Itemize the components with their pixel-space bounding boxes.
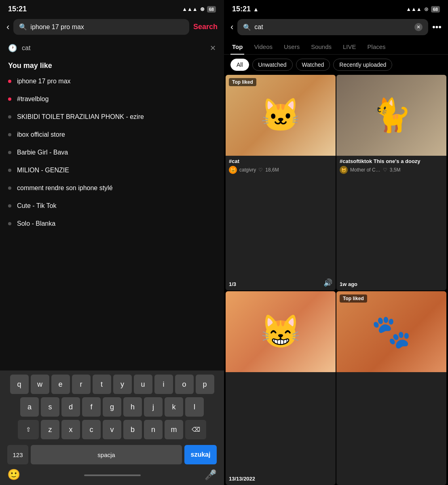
filter-watched[interactable]: Watched (296, 59, 330, 71)
key-j[interactable]: j (144, 397, 163, 417)
left-back-button[interactable]: ‹ (6, 22, 9, 32)
left-search-container[interactable]: 🔍 (13, 19, 189, 35)
key-u[interactable]: u (134, 375, 152, 394)
tabs-row: TopVideosUsersSoundsLIVEPlaces (224, 39, 448, 55)
video-card[interactable]: 🐈1w ago#catsoftiktok This one's a doozy😺… (336, 75, 446, 290)
key-l[interactable]: l (185, 397, 204, 417)
video-info: #cat😺catgivry♡18,6M (226, 156, 336, 177)
key-e[interactable]: e (51, 375, 70, 394)
tab-sounds[interactable]: Sounds (309, 39, 333, 54)
right-battery: 68 (431, 6, 440, 13)
clear-recent-icon[interactable]: ✕ (210, 44, 216, 53)
suggestion-item[interactable]: Cute - Tik Tok (0, 197, 224, 215)
suggestion-item[interactable]: SKIBIDI TOILET BRAZILIAN PHONK - ezire (0, 108, 224, 126)
left-battery: 68 (207, 6, 216, 13)
keyboard-row-1: qwertyuiop (2, 375, 222, 394)
clear-search-icon[interactable]: ✕ (414, 23, 423, 31)
volume-icon[interactable]: 🔊 (323, 278, 332, 287)
key-v[interactable]: v (103, 420, 121, 439)
suggestion-item[interactable]: Solo - Blanka (0, 215, 224, 233)
gray-dot-icon (8, 222, 11, 225)
channel-avatar: 😺 (340, 166, 348, 174)
suggestion-text: Cute - Tik Tok (17, 202, 57, 210)
key-k[interactable]: k (165, 397, 183, 417)
key-x[interactable]: x (61, 420, 80, 439)
key-z[interactable]: z (41, 420, 59, 439)
recent-search-item[interactable]: 🕐 cat ✕ (0, 39, 224, 57)
video-thumbnail: 🐈 (336, 75, 446, 156)
heart-icon: ♡ (383, 167, 387, 173)
suggestion-text: Barbie Girl - Bava (17, 149, 68, 156)
suggestion-item[interactable]: iphone 17 pro max (0, 72, 224, 90)
you-may-like-heading: You may like (0, 57, 224, 72)
suggestion-text: iphone 17 pro max (17, 78, 71, 85)
search-icon: 🔍 (19, 23, 27, 31)
right-search-input[interactable] (254, 23, 411, 31)
suggestion-item[interactable]: Barbie Girl - Bava (0, 144, 224, 161)
suggestion-item[interactable]: comment rendre son iphone stylé (0, 179, 224, 197)
key-y[interactable]: y (113, 375, 132, 394)
cat-icon: 😸 (260, 313, 301, 351)
emoji-icon[interactable]: 🙂 (7, 468, 20, 481)
video-info: #catsoftiktok This one's a doozy😺Mother … (336, 156, 446, 177)
key-g[interactable]: g (103, 397, 121, 417)
time-ago-label: 13/13/2022 (229, 476, 255, 482)
left-status-bar: 15:21 ▲▲▲ ⊛ 68 (0, 0, 224, 17)
tab-places[interactable]: Places (366, 39, 387, 54)
video-card[interactable]: 🐾Top liked (336, 291, 446, 485)
suggestion-item[interactable]: #travelblog (0, 90, 224, 108)
key-p[interactable]: p (196, 375, 214, 394)
microphone-icon[interactable]: 🎤 (205, 469, 217, 481)
key-q[interactable]: q (10, 375, 29, 394)
tab-live[interactable]: LIVE (341, 39, 358, 54)
top-liked-badge: Top liked (229, 78, 256, 86)
right-time: 15:21 (232, 5, 251, 13)
search-button[interactable]: Search (193, 23, 218, 31)
key-h[interactable]: h (123, 397, 142, 417)
shift-key[interactable]: ⇧ (18, 420, 39, 439)
filter-recently-uploaded[interactable]: Recently uploaded (333, 59, 392, 71)
backspace-key[interactable]: ⌫ (185, 420, 206, 439)
key-c[interactable]: c (82, 420, 101, 439)
filter-row: AllUnwatchedWatchedRecently uploaded (224, 55, 448, 75)
red-dot-icon (8, 80, 11, 83)
right-status-bar: 15:21 ▲ ▲▲▲ ⊛ 68 (224, 0, 448, 17)
key-i[interactable]: i (154, 375, 173, 394)
keyboard-emoji-row: 🙂 🎤 (2, 468, 222, 483)
video-card[interactable]: 😸13/13/2022 (226, 291, 336, 485)
suggestion-item[interactable]: MILION - GENZIE (0, 161, 224, 179)
right-panel: 15:21 ▲ ▲▲▲ ⊛ 68 ‹ 🔍 ✕ ••• TopVideosUser… (224, 0, 448, 485)
key-w[interactable]: w (31, 375, 49, 394)
key-r[interactable]: r (72, 375, 91, 394)
key-n[interactable]: n (144, 420, 163, 439)
tab-users[interactable]: Users (282, 39, 301, 54)
right-back-button[interactable]: ‹ (230, 22, 233, 32)
key-b[interactable]: b (123, 420, 142, 439)
gray-dot-icon (8, 115, 11, 119)
search-input[interactable] (30, 23, 184, 31)
tab-videos[interactable]: Videos (252, 39, 274, 54)
suggestion-item[interactable]: ibox official store (0, 126, 224, 144)
number-key[interactable]: 123 (7, 445, 28, 464)
key-s[interactable]: s (41, 397, 59, 417)
recent-query-text: cat (22, 44, 205, 52)
right-time-area: 15:21 ▲ (232, 5, 259, 13)
more-options-icon[interactable]: ••• (432, 22, 442, 32)
right-search-container[interactable]: 🔍 ✕ (237, 19, 428, 35)
filter-all[interactable]: All (230, 59, 249, 71)
channel-name: Mother of C… (350, 167, 380, 173)
keyboard-row-3: ⇧ zxcvbnm ⌫ (2, 420, 222, 439)
key-o[interactable]: o (175, 375, 194, 394)
video-card[interactable]: 🐱Top liked1/3🔊#cat😺catgivry♡18,6M (226, 75, 336, 290)
space-key[interactable]: spacja (31, 445, 182, 464)
key-f[interactable]: f (82, 397, 101, 417)
key-m[interactable]: m (165, 420, 183, 439)
key-t[interactable]: t (93, 375, 111, 394)
submit-key[interactable]: szukaj (184, 445, 217, 464)
suggestion-text: Solo - Blanka (17, 220, 55, 227)
tab-top[interactable]: Top (230, 39, 244, 54)
key-a[interactable]: a (20, 397, 39, 417)
gray-dot-icon (8, 169, 11, 172)
key-d[interactable]: d (61, 397, 80, 417)
filter-unwatched[interactable]: Unwatched (252, 59, 293, 71)
